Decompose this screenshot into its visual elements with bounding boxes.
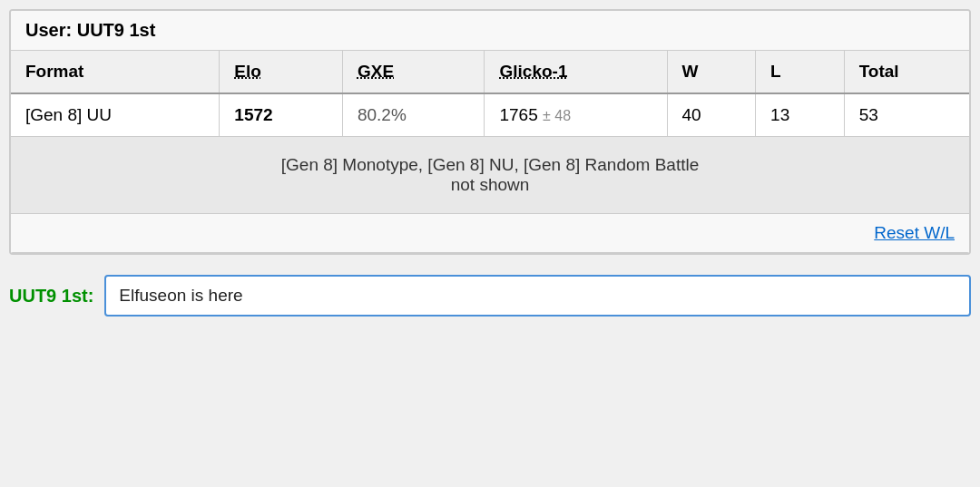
elo-value: 1572 bbox=[234, 105, 272, 124]
cell-l: 13 bbox=[756, 93, 845, 137]
user-header: User: UUT9 1st bbox=[11, 11, 969, 51]
glicko-pm: ± 48 bbox=[543, 108, 571, 123]
chat-bar: UUT9 1st: bbox=[9, 269, 971, 322]
stats-table: Format Elo GXE Glicko-1 W L Total [Gen 8… bbox=[11, 51, 969, 253]
not-shown-row: [Gen 8] Monotype, [Gen 8] NU, [Gen 8] Ra… bbox=[11, 137, 969, 214]
col-w: W bbox=[667, 51, 756, 93]
chat-input[interactable] bbox=[104, 275, 971, 317]
username-value: UUT9 1st bbox=[77, 20, 156, 40]
cell-gxe: 80.2% bbox=[342, 93, 485, 137]
col-format: Format bbox=[11, 51, 220, 93]
cell-format: [Gen 8] UU bbox=[11, 93, 220, 137]
cell-w: 40 bbox=[667, 93, 756, 137]
table-row: [Gen 8] UU 1572 80.2% 1765 ± 48 40 13 53 bbox=[11, 93, 969, 137]
glicko-main: 1765 bbox=[499, 105, 537, 124]
col-elo: Elo bbox=[220, 51, 343, 93]
reset-row: Reset W/L bbox=[11, 214, 969, 253]
cell-glicko: 1765 ± 48 bbox=[485, 93, 667, 137]
col-gxe: GXE bbox=[342, 51, 485, 93]
col-total: Total bbox=[844, 51, 969, 93]
not-shown-text: [Gen 8] Monotype, [Gen 8] NU, [Gen 8] Ra… bbox=[11, 137, 969, 214]
cell-total: 53 bbox=[844, 93, 969, 137]
table-header-row: Format Elo GXE Glicko-1 W L Total bbox=[11, 51, 969, 93]
chat-username: UUT9 1st: bbox=[9, 286, 93, 307]
stats-panel: User: UUT9 1st Format Elo GXE Glicko-1 W… bbox=[9, 9, 971, 255]
cell-elo: 1572 bbox=[220, 93, 343, 137]
gxe-value: 80.2% bbox=[358, 105, 407, 124]
reset-wl-link[interactable]: Reset W/L bbox=[874, 223, 955, 242]
user-label: User: bbox=[25, 20, 77, 40]
col-glicko: Glicko-1 bbox=[485, 51, 667, 93]
reset-cell: Reset W/L bbox=[11, 214, 969, 253]
col-l: L bbox=[756, 51, 845, 93]
